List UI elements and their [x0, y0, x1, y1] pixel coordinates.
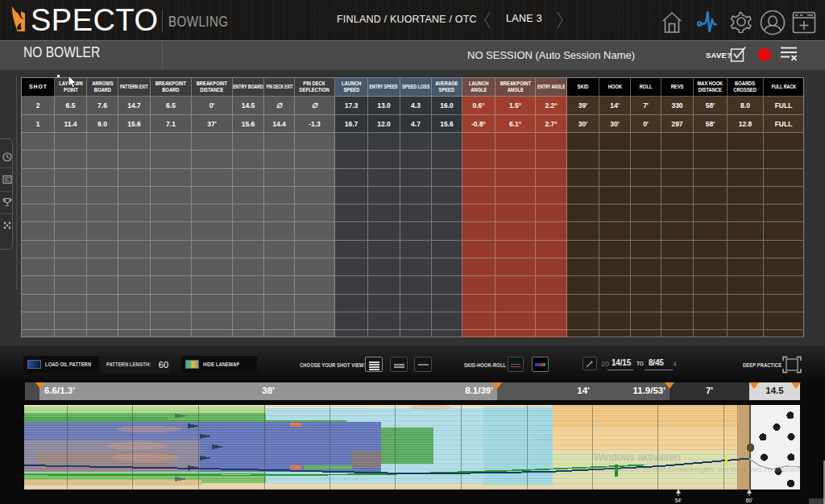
svg-text:Wechseln Sie zu den Einstellun: Wechseln Sie zu den Einstellungen, um Wi…	[594, 465, 800, 473]
svg-text:60': 60'	[746, 498, 752, 503]
svg-text:54': 54'	[675, 498, 682, 503]
svg-text:Windows aktivieren: Windows aktivieren	[594, 452, 681, 463]
